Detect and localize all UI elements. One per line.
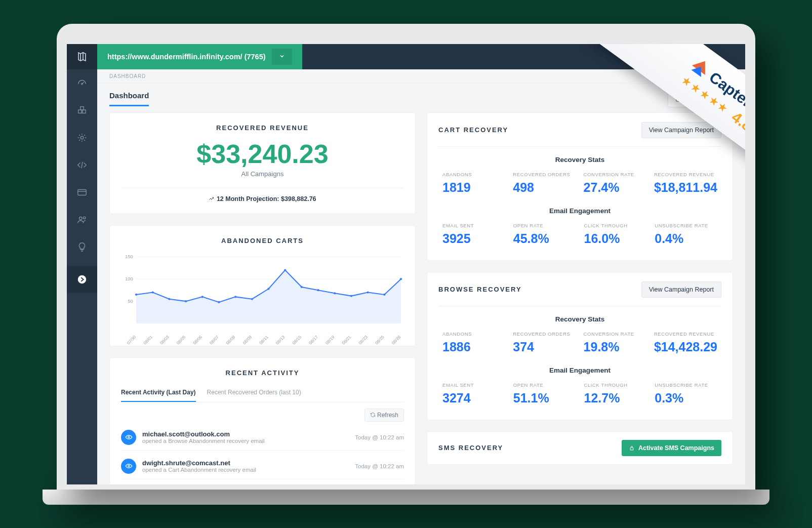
browse-ctr: 12.7% xyxy=(584,391,647,405)
date-range-button[interactable]: July 30, 2020 xyxy=(668,91,733,107)
activity-time: Today @ 10:22 am xyxy=(355,434,404,440)
users-icon xyxy=(76,214,88,225)
bulb-icon xyxy=(76,241,88,253)
svg-point-51 xyxy=(128,465,129,467)
svg-text:50: 50 xyxy=(128,298,133,304)
svg-text:100: 100 xyxy=(125,276,133,281)
refresh-icon xyxy=(370,412,376,418)
sidebar-ideas[interactable] xyxy=(67,233,97,261)
svg-point-7 xyxy=(83,217,85,219)
svg-text:08/17: 08/17 xyxy=(308,334,319,345)
cart-unsub: 0.4% xyxy=(655,231,717,246)
activity-email: michael.scott@outlook.com xyxy=(142,430,349,438)
gauge-icon xyxy=(76,77,88,89)
activity-desc: opened a Browse Abandonment recovery ema… xyxy=(142,438,349,444)
tab-recent-day[interactable]: Recent Activity (Last Day) xyxy=(121,384,196,402)
svg-text:08/15: 08/15 xyxy=(291,334,302,345)
site-url: https://www.dundermifflin.infinity.com/ … xyxy=(107,53,266,61)
svg-point-29 xyxy=(350,295,352,297)
date-range-label: July 30, 2020 xyxy=(686,95,725,103)
svg-text:08/25: 08/25 xyxy=(374,334,385,345)
sidebar-products[interactable] xyxy=(67,97,97,124)
card-icon xyxy=(76,187,88,198)
svg-point-28 xyxy=(334,292,336,294)
svg-text:08/28: 08/28 xyxy=(391,334,402,345)
recovered-revenue-title: RECOVERED REVENUE xyxy=(121,124,404,132)
svg-text:08/01: 08/01 xyxy=(142,334,153,345)
boxes-icon xyxy=(76,105,88,116)
sidebar-settings[interactable] xyxy=(67,124,97,151)
svg-rect-9 xyxy=(676,97,681,101)
sms-recovery-card: SMS RECOVERY Activate SMS Campaigns xyxy=(427,431,733,465)
svg-point-31 xyxy=(383,293,385,295)
activity-row[interactable]: dwight.shrute@comcast.net opened a Cart … xyxy=(121,451,404,479)
svg-rect-3 xyxy=(80,106,84,109)
svg-text:08/13: 08/13 xyxy=(275,334,286,345)
laptop-base xyxy=(43,490,769,505)
svg-text:08/19: 08/19 xyxy=(324,334,336,345)
svg-text:08/05: 08/05 xyxy=(176,334,187,345)
activity-email: dwight.shrute@comcast.net xyxy=(142,459,349,467)
recent-activity-card: RECENT ACTIVITY Recent Activity (Last Da… xyxy=(109,357,416,484)
svg-point-17 xyxy=(152,291,154,293)
gear-icon xyxy=(76,132,88,143)
svg-point-22 xyxy=(234,296,236,298)
sidebar-billing[interactable] xyxy=(67,179,97,206)
activity-time: Today @ 10:22 am xyxy=(355,463,404,469)
browse-conversion: 19.8% xyxy=(584,340,646,354)
svg-text:07/30: 07/30 xyxy=(126,334,137,345)
sidebar-collapse[interactable] xyxy=(67,266,97,293)
svg-point-8 xyxy=(78,275,87,283)
browse-open-rate: 51.1% xyxy=(513,391,576,405)
refresh-button[interactable]: Refresh xyxy=(364,409,404,422)
svg-rect-1 xyxy=(78,110,82,113)
svg-point-32 xyxy=(400,278,402,280)
svg-point-18 xyxy=(168,298,170,300)
cart-recovery-title: CART RECOVERY xyxy=(438,126,508,134)
svg-point-4 xyxy=(80,136,84,139)
browse-recovered-orders: 374 xyxy=(513,340,575,354)
lock-icon xyxy=(629,445,635,451)
topbar: https://www.dundermifflin.infinity.com/ … xyxy=(97,44,745,69)
sidebar xyxy=(67,44,97,484)
activity-row[interactable]: michael.scott@outlook.com opened a Brows… xyxy=(121,422,404,451)
page-title: Dashboard xyxy=(109,91,149,106)
svg-point-25 xyxy=(284,269,286,271)
sidebar-users[interactable] xyxy=(67,206,97,233)
recovered-revenue-subtitle: All Campaigns xyxy=(121,170,404,178)
tab-recent-orders[interactable]: Recent Recovered Orders (last 10) xyxy=(207,384,301,402)
eye-icon xyxy=(121,459,136,474)
svg-point-6 xyxy=(79,217,83,220)
cart-conversion: 27.4% xyxy=(584,180,646,195)
recent-activity-title: RECENT ACTIVITY xyxy=(121,369,404,377)
browse-recovery-title: BROWSE RECOVERY xyxy=(438,286,522,293)
revenue-projection: 12 Month Projection: $398,882.76 xyxy=(121,188,404,202)
svg-point-16 xyxy=(135,293,137,295)
activate-sms-button[interactable]: Activate SMS Campaigns xyxy=(622,440,721,456)
browse-email-sent: 3274 xyxy=(442,391,505,405)
chevron-down-icon xyxy=(272,49,292,65)
activity-desc: opened a Cart Abandonment recovery email xyxy=(142,467,349,473)
sidebar-code[interactable] xyxy=(67,151,97,179)
cart-open-rate: 45.8% xyxy=(513,231,576,246)
cart-recovered-orders: 498 xyxy=(513,180,575,195)
eye-icon xyxy=(121,430,136,445)
cart-abandons: 1819 xyxy=(442,180,505,195)
browse-recovered-revenue: $14,428.29 xyxy=(654,340,717,354)
svg-rect-2 xyxy=(83,110,86,113)
svg-point-50 xyxy=(128,436,129,438)
svg-text:150: 150 xyxy=(125,254,133,259)
cart-engagement-heading: Email Engagement xyxy=(438,207,721,215)
sidebar-dashboard[interactable] xyxy=(67,69,97,97)
svg-point-27 xyxy=(317,289,319,291)
svg-text:08/06: 08/06 xyxy=(192,334,203,345)
browse-recovery-report-button[interactable]: View Campaign Report xyxy=(641,281,721,298)
site-selector[interactable]: https://www.dundermifflin.infinity.com/ … xyxy=(97,44,302,69)
cart-recovery-report-button[interactable]: View Campaign Report xyxy=(641,122,721,138)
svg-text:08/23: 08/23 xyxy=(357,334,369,345)
browse-unsub: 0.3% xyxy=(655,391,717,405)
cart-recovered-revenue: $18,811.94 xyxy=(654,180,717,195)
svg-text:08/03: 08/03 xyxy=(159,334,170,345)
browse-abandons: 1886 xyxy=(442,340,505,354)
cart-ctr: 16.0% xyxy=(584,231,647,246)
